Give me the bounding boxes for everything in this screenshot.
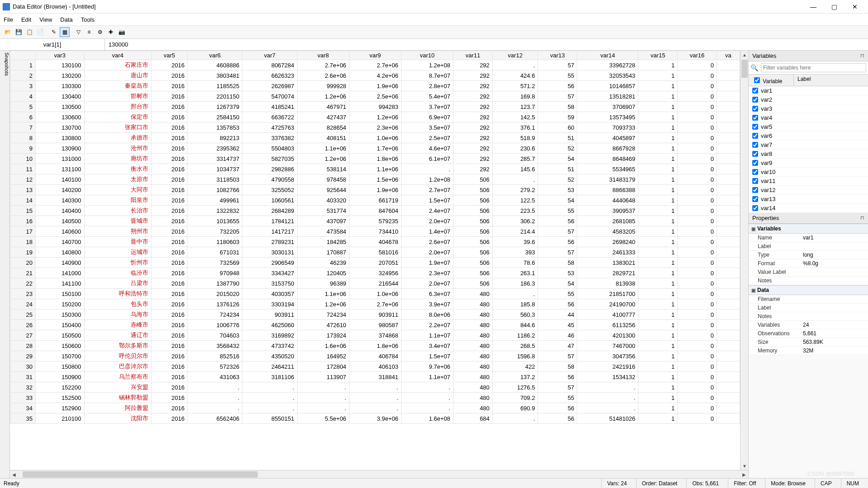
cell[interactable]: 1006776 bbox=[188, 320, 242, 330]
cell[interactable]: . bbox=[577, 403, 638, 413]
cell[interactable]: 506 bbox=[453, 258, 493, 268]
table-row[interactable]: 8130800承德市201689221333763824081511.0e+06… bbox=[10, 133, 740, 143]
cell[interactable]: 5.4e+07 bbox=[401, 91, 453, 102]
cell[interactable]: 1 bbox=[638, 216, 678, 226]
property-row[interactable]: Notes bbox=[749, 312, 868, 321]
cell[interactable]: 3803481 bbox=[188, 70, 242, 81]
cell[interactable]: 1 bbox=[638, 226, 678, 237]
cell[interactable]: 1 bbox=[638, 361, 678, 372]
cell[interactable]: 4030357 bbox=[242, 289, 297, 299]
cell[interactable]: 292 bbox=[453, 164, 493, 174]
table-row[interactable]: 5130500邢台市201612673794185241467971994283… bbox=[10, 102, 740, 112]
cell[interactable]: 140700 bbox=[36, 237, 85, 247]
cell[interactable]: 123.7 bbox=[492, 102, 538, 112]
paste-icon[interactable]: 📄 bbox=[35, 27, 45, 37]
cell[interactable] bbox=[717, 320, 740, 330]
property-row[interactable]: Variables24 bbox=[749, 321, 868, 329]
cell[interactable]: 480 bbox=[453, 351, 493, 361]
cell[interactable]: 1 bbox=[638, 133, 678, 143]
cell[interactable]: 2016 bbox=[151, 278, 188, 289]
cell[interactable]: 54 bbox=[538, 154, 577, 164]
cell[interactable]: 1.2e+08 bbox=[401, 174, 453, 185]
cell[interactable]: 3.5e+07 bbox=[401, 122, 453, 133]
cell[interactable]: 506 bbox=[453, 247, 493, 258]
cell[interactable]: 1.5e+06 bbox=[349, 174, 401, 185]
cell[interactable]: . bbox=[188, 393, 242, 403]
variable-item-var14[interactable]: var14 bbox=[749, 204, 868, 213]
cell[interactable]: 1.1e+06 bbox=[297, 143, 349, 154]
variable-checkbox[interactable] bbox=[752, 124, 758, 130]
cell[interactable]: 131100 bbox=[36, 164, 85, 174]
cell[interactable]: 59 bbox=[538, 112, 577, 122]
row-number[interactable]: 32 bbox=[10, 382, 36, 393]
maximize-button[interactable]: ▢ bbox=[824, 0, 844, 14]
cell[interactable]: 2016 bbox=[151, 361, 188, 372]
cell[interactable]: 2016 bbox=[151, 195, 188, 206]
cell[interactable]: 6562406 bbox=[188, 413, 242, 424]
cell[interactable]: 兴安盟 bbox=[84, 382, 151, 393]
cell[interactable]: 31483179 bbox=[577, 174, 638, 185]
property-row[interactable]: Filename bbox=[749, 295, 868, 304]
table-row[interactable]: 20140900忻州市20167325692906549462392070511… bbox=[10, 258, 740, 268]
cell[interactable]: 704603 bbox=[188, 330, 242, 341]
variable-checkbox[interactable] bbox=[752, 187, 758, 193]
cell[interactable]: 140100 bbox=[36, 174, 85, 185]
cell[interactable]: 太原市 bbox=[84, 174, 151, 185]
table-row[interactable]: 21141000临汾市20169709483343427120405324956… bbox=[10, 268, 740, 278]
cell[interactable]: 石家庄市 bbox=[84, 60, 151, 70]
cell[interactable]: 473584 bbox=[297, 226, 349, 237]
col-header-var8[interactable]: var8 bbox=[297, 51, 349, 60]
cell[interactable]: 506 bbox=[453, 278, 493, 289]
cell[interactable]: 1 bbox=[638, 237, 678, 247]
cell[interactable]: 230.6 bbox=[492, 143, 538, 154]
col-header-var11[interactable]: var11 bbox=[453, 51, 493, 60]
props-section-data[interactable]: ▣Data bbox=[749, 285, 868, 295]
cell[interactable]: 374868 bbox=[349, 330, 401, 341]
variable-item-var9[interactable]: var9 bbox=[749, 159, 868, 168]
cell[interactable]: 锡林郭勒盟 bbox=[84, 393, 151, 403]
property-row[interactable]: Memory32M bbox=[749, 347, 868, 355]
cell[interactable] bbox=[717, 143, 740, 154]
cell[interactable]: 1185525 bbox=[188, 81, 242, 91]
cell[interactable]: 306.2 bbox=[492, 216, 538, 226]
cell[interactable]: . bbox=[401, 382, 453, 393]
cell[interactable]: 0 bbox=[678, 382, 717, 393]
cell[interactable]: 2016 bbox=[151, 289, 188, 299]
cell[interactable]: 506 bbox=[453, 237, 493, 247]
cell[interactable]: 506 bbox=[453, 226, 493, 237]
cell[interactable]: 3030131 bbox=[242, 247, 297, 258]
cell[interactable]: 1 bbox=[638, 143, 678, 154]
cell[interactable]: 480 bbox=[453, 393, 493, 403]
cell[interactable]: 1 bbox=[638, 164, 678, 174]
cell[interactable]: 1.2e+06 bbox=[297, 154, 349, 164]
cell[interactable]: 2.5e+06 bbox=[349, 91, 401, 102]
row-number[interactable]: 17 bbox=[10, 226, 36, 237]
cell[interactable]: 185.8 bbox=[492, 299, 538, 310]
cell[interactable]: 1 bbox=[638, 341, 678, 351]
cell[interactable]: 1 bbox=[638, 351, 678, 361]
cell[interactable]: 2016 bbox=[151, 143, 188, 154]
cell[interactable]: 506 bbox=[453, 195, 493, 206]
cell[interactable]: 2626987 bbox=[242, 81, 297, 91]
cell[interactable]: 45 bbox=[538, 320, 577, 330]
cell[interactable]: 130800 bbox=[36, 133, 85, 143]
cell[interactable]: 8.7e+07 bbox=[401, 70, 453, 81]
open-icon[interactable]: 📂 bbox=[3, 27, 13, 37]
cell[interactable]: 113907 bbox=[297, 372, 349, 382]
cell[interactable]: 472610 bbox=[297, 320, 349, 330]
cell[interactable]: 1.2e+06 bbox=[297, 91, 349, 102]
cell[interactable]: 518.9 bbox=[492, 133, 538, 143]
variable-item-var5[interactable]: var5 bbox=[749, 122, 868, 131]
cell[interactable]: 3343427 bbox=[242, 268, 297, 278]
cell[interactable]: 10146857 bbox=[577, 81, 638, 91]
row-number[interactable]: 34 bbox=[10, 403, 36, 413]
cell[interactable]: 130200 bbox=[36, 70, 85, 81]
cell[interactable]: 3153750 bbox=[242, 278, 297, 289]
cell[interactable]: 2015020 bbox=[188, 289, 242, 299]
copy-icon[interactable]: 📋 bbox=[24, 27, 34, 37]
cell-value[interactable]: 130000 bbox=[105, 39, 868, 50]
cell[interactable]: 0 bbox=[678, 341, 717, 351]
edit-mode-icon[interactable]: ✎ bbox=[49, 27, 59, 37]
cell[interactable]: 4790558 bbox=[242, 174, 297, 185]
property-row[interactable]: Observations5,661 bbox=[749, 329, 868, 338]
